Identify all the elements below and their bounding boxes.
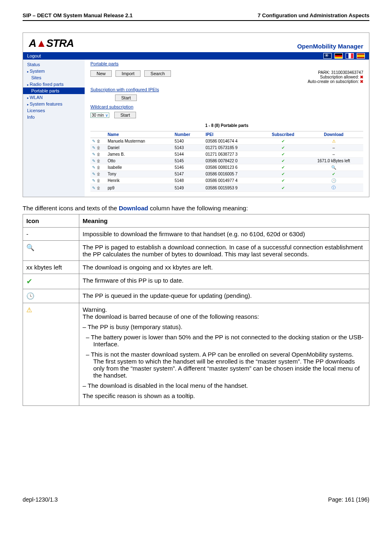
check-icon: ✔ [281, 186, 285, 190]
edit-icon[interactable]: ✎ [92, 165, 95, 170]
sidebar-item-info[interactable]: Info [23, 114, 85, 120]
duration-select[interactable]: 30 min ∨ [90, 113, 109, 118]
icon-warning: ⚠ [23, 303, 79, 406]
check-icon: ✔ [281, 139, 285, 143]
table-row: ✎ 🗑Daniel514301271 0573185 9✔– [90, 145, 363, 151]
cell-number: 5149 [173, 184, 204, 192]
check-icon: ✔ [281, 165, 285, 170]
cell-name: James B. [106, 151, 173, 158]
cell-download: 1671.0 kBytes left [304, 158, 363, 164]
header-left: SIP – DECT OM System Manual Release 2.1 [23, 12, 133, 18]
new-button[interactable]: New [90, 70, 112, 77]
cell-download: ⓘ [304, 184, 363, 192]
cell-subscribed: ✔ [262, 151, 304, 158]
meaning-clock: The PP is queued in the update-queue for… [79, 289, 369, 303]
start-button-2[interactable]: Start [114, 112, 136, 118]
omm-screenshot: A▲STRA OpenMobility Manager Logout Statu… [23, 32, 369, 197]
sidebar-item-status[interactable]: Status [23, 61, 85, 68]
edit-icon[interactable]: ✎ [92, 145, 95, 150]
meaning-warning: Warning. The download is barred because … [79, 303, 369, 406]
edit-icon[interactable]: ✎ [92, 178, 95, 183]
footer-left: depl-1230/1.3 [23, 496, 58, 503]
cell-subscribed: ✔ [262, 145, 304, 151]
check-icon: ✔ [281, 152, 285, 157]
edit-icon[interactable]: ✎ [92, 139, 95, 143]
park-info: PARK: 31100303463747 Subscription allowe… [308, 70, 363, 84]
table-row: ✎ 🗑pp9514903586 0015953 9✔ⓘ [90, 184, 363, 192]
table-row: ✎ 🗑Otto514503586 0078422 0✔1671.0 kBytes… [90, 158, 363, 164]
icon-dash: - [23, 228, 79, 241]
start-button-1[interactable]: Start [115, 94, 137, 101]
sidebar-item-licenses[interactable]: Licenses [23, 107, 85, 114]
x-icon: ✖ [360, 79, 363, 84]
breadcrumb[interactable]: Portable parts [90, 61, 118, 66]
th-icon: Icon [23, 214, 79, 228]
cell-name: Manuela Musterman [106, 138, 173, 145]
omm-sidebar: Status System Sites Radio fixed parts Po… [23, 60, 85, 197]
delete-icon[interactable]: 🗑 [97, 165, 101, 170]
sidebar-item-rfp[interactable]: Radio fixed parts [23, 81, 85, 88]
edit-icon[interactable]: ✎ [92, 172, 95, 176]
edit-icon[interactable]: ✎ [92, 186, 95, 190]
col-subscribed[interactable]: Subscribed [262, 131, 304, 138]
sidebar-item-sysfeat[interactable]: System features [23, 101, 85, 107]
magnifier-icon: 🔍 [26, 244, 35, 251]
icon-clock: 🕓 [23, 289, 79, 303]
col-name[interactable]: Name [106, 131, 173, 138]
flag-uk-icon[interactable] [323, 53, 332, 59]
cell-ipei: 03586 0078422 0 [204, 158, 262, 164]
delete-icon[interactable]: 🗑 [97, 178, 101, 183]
logout-link[interactable]: Logout [27, 53, 41, 58]
col-ipei[interactable]: IPEI [204, 131, 262, 138]
cell-ipei: 03586 0016005 7 [204, 171, 262, 177]
delete-icon[interactable]: 🗑 [97, 139, 101, 143]
sidebar-item-wlan[interactable]: WLAN [23, 94, 85, 101]
language-flags[interactable] [322, 53, 365, 59]
col-number[interactable]: Number [173, 131, 204, 138]
cell-ipei: 03586 0014674 4 [204, 138, 262, 145]
col-download[interactable]: Download [304, 131, 363, 138]
table-row: ✎ 🗑Tony514703586 0016005 7✔✔ [90, 171, 363, 177]
delete-icon[interactable]: 🗑 [97, 159, 101, 163]
warning-icon: ⚠ [26, 306, 32, 313]
delete-icon[interactable]: 🗑 [97, 152, 101, 157]
sidebar-item-pp[interactable]: Portable parts [23, 88, 85, 94]
delete-icon[interactable]: 🗑 [97, 145, 101, 150]
edit-icon[interactable]: ✎ [92, 152, 95, 157]
warning-icon: ⚠ [332, 139, 336, 143]
sidebar-item-sites[interactable]: Sites [23, 74, 85, 81]
check-icon: ✔ [332, 172, 335, 176]
cell-download: 🕓 [304, 177, 363, 184]
cell-subscribed: ✔ [262, 171, 304, 177]
sidebar-item-system[interactable]: System [23, 68, 85, 74]
flag-es-icon[interactable] [357, 53, 365, 59]
icon-kbytes: xx kbytes left [23, 261, 79, 274]
cell-name: Otto [106, 158, 173, 164]
flag-fr-icon[interactable] [346, 53, 354, 59]
header-right: 7 Configuration und Administration Aspec… [258, 12, 369, 18]
cell-name: pp9 [106, 184, 173, 192]
check-icon: ✔ [281, 145, 285, 150]
meaning-table: Icon Meaning - Impossible to download th… [23, 214, 369, 406]
cell-name: Henrik [106, 177, 173, 184]
flag-de-icon[interactable] [334, 53, 343, 59]
cell-subscribed: ✔ [262, 177, 304, 184]
section-wildcard: Wildcard subscription [90, 104, 363, 109]
check-icon: ✔ [281, 172, 285, 176]
table-caption: 1 - 8 (8) Portable parts [90, 121, 363, 129]
delete-icon[interactable]: 🗑 [97, 186, 101, 190]
cell-number: 5145 [173, 158, 204, 164]
edit-icon[interactable]: ✎ [92, 159, 95, 163]
import-button[interactable]: Import [115, 70, 141, 77]
search-button[interactable]: Search [144, 70, 171, 77]
cell-name: Tony [106, 171, 173, 177]
omm-title: OpenMobility Manager [297, 43, 363, 50]
magnifier-icon: 🔍 [331, 165, 336, 170]
table-row: ✎ 🗑Manuela Musterman514003586 0014674 4✔… [90, 138, 363, 145]
cell-subscribed: ✔ [262, 184, 304, 192]
meaning-dash: Impossible to download the firmware to t… [79, 228, 369, 241]
check-icon: ✔ [281, 178, 285, 183]
cell-download: ✔ [304, 171, 363, 177]
icon-magnifier: 🔍 [23, 241, 79, 261]
delete-icon[interactable]: 🗑 [97, 172, 101, 176]
